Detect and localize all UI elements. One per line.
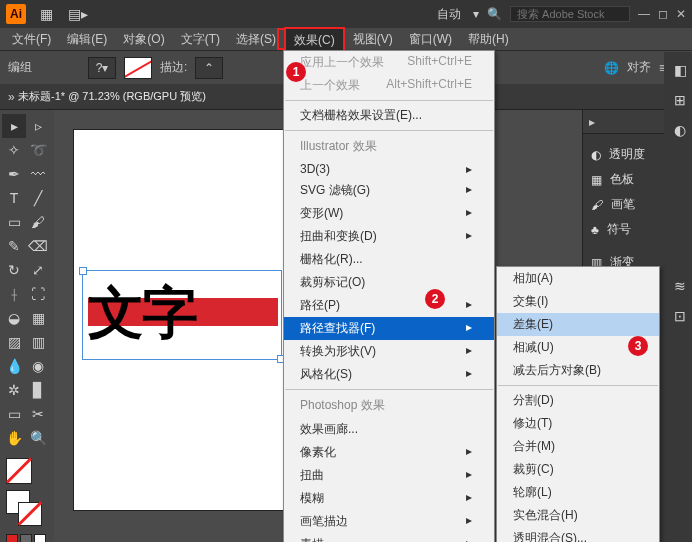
maximize-button[interactable]: ◻ <box>658 7 668 21</box>
artboard[interactable]: 文字 <box>74 130 294 510</box>
default-fill-stroke[interactable] <box>6 458 32 484</box>
symbol-sprayer-tool[interactable]: ✲ <box>2 378 26 402</box>
menu-file[interactable]: 文件(F) <box>4 28 59 51</box>
column-graph-tool[interactable]: ▊ <box>26 378 50 402</box>
perspective-tool[interactable]: ▦ <box>26 306 50 330</box>
menu-svg-filters[interactable]: SVG 滤镜(G)▸ <box>284 179 494 202</box>
swatch-color[interactable] <box>6 534 18 542</box>
scale-tool[interactable]: ⤢ <box>26 258 50 282</box>
menu-pathfinder[interactable]: 路径查找器(F)▸ <box>284 317 494 340</box>
menu-raster-settings[interactable]: 文档栅格效果设置(E)... <box>284 104 494 127</box>
menu-convert-to-shape[interactable]: 转换为形状(V)▸ <box>284 340 494 363</box>
submenu-intersect[interactable]: 交集(I) <box>497 290 659 313</box>
panel-icon-2[interactable]: ⊞ <box>668 88 692 112</box>
submenu-trim[interactable]: 修边(T) <box>497 412 659 435</box>
search-icon[interactable]: 🔍 <box>487 7 502 21</box>
panel-icon-3[interactable]: ◐ <box>668 118 692 142</box>
selection-tool[interactable]: ▸ <box>2 114 26 138</box>
menu-type[interactable]: 文字(T) <box>173 28 228 51</box>
submenu-add[interactable]: 相加(A) <box>497 267 659 290</box>
search-input[interactable] <box>510 6 630 22</box>
menu-3d[interactable]: 3D(3)▸ <box>284 159 494 179</box>
eraser-tool[interactable]: ⌫ <box>26 234 50 258</box>
menu-path[interactable]: 路径(P)▸ <box>284 294 494 317</box>
menu-distort-transform[interactable]: 扭曲和变换(D)▸ <box>284 225 494 248</box>
minimize-button[interactable]: — <box>638 7 650 21</box>
effect-menu: 应用上一个效果Shift+Ctrl+E 上一个效果Alt+Shift+Ctrl+… <box>283 50 495 542</box>
stroke-swatch[interactable] <box>124 57 152 79</box>
submenu-soft-mix[interactable]: 透明混合(S)... <box>497 527 659 542</box>
fill-stroke-indicator[interactable] <box>6 490 46 530</box>
menu-stylize-ai[interactable]: 风格化(S)▸ <box>284 363 494 386</box>
submenu-minus-back[interactable]: 减去后方对象(B) <box>497 359 659 382</box>
arrange-docs-icon[interactable]: ▦ <box>34 2 58 26</box>
direct-selection-tool[interactable]: ▹ <box>26 114 50 138</box>
menu-sketch[interactable]: 素描▸ <box>284 533 494 542</box>
paintbrush-tool[interactable]: 🖌 <box>26 210 50 234</box>
menu-object[interactable]: 对象(O) <box>115 28 172 51</box>
eyedropper-tool[interactable]: 💧 <box>2 354 26 378</box>
title-bar: Ai ▦ ▤▸ 自动 ▾ 🔍 — ◻ ✕ <box>0 0 692 28</box>
stroke-weight[interactable]: ⌃ <box>195 57 223 79</box>
swatch-none[interactable] <box>34 534 46 542</box>
doc-tab-expand[interactable]: » <box>8 90 15 104</box>
line-tool[interactable]: ╱ <box>26 186 50 210</box>
menu-bar: 文件(F) 编辑(E) 对象(O) 文字(T) 选择(S) 效果(C) 视图(V… <box>0 28 692 50</box>
type-tool[interactable]: T <box>2 186 26 210</box>
shaper-tool[interactable]: ✎ <box>2 234 26 258</box>
blend-tool[interactable]: ◉ <box>26 354 50 378</box>
submenu-hard-mix[interactable]: 实色混合(H) <box>497 504 659 527</box>
submenu-outline[interactable]: 轮廓(L) <box>497 481 659 504</box>
panel-icon-5[interactable]: ⊡ <box>668 304 692 328</box>
menu-window[interactable]: 窗口(W) <box>401 28 460 51</box>
transparency-icon: ◐ <box>591 148 601 162</box>
curvature-tool[interactable]: 〰 <box>26 162 50 186</box>
menu-effect[interactable]: 效果(C) <box>284 27 345 52</box>
panel-icon-4[interactable]: ≋ <box>668 274 692 298</box>
menu-rasterize[interactable]: 栅格化(R)... <box>284 248 494 271</box>
lasso-tool[interactable]: ➰ <box>26 138 50 162</box>
mesh-tool[interactable]: ▨ <box>2 330 26 354</box>
menu-warp[interactable]: 变形(W)▸ <box>284 202 494 225</box>
menu-select[interactable]: 选择(S) <box>228 28 284 51</box>
swatch-gradient[interactable] <box>20 534 32 542</box>
submenu-merge[interactable]: 合并(M) <box>497 435 659 458</box>
gradient-tool[interactable]: ▥ <box>26 330 50 354</box>
menu-brush-strokes[interactable]: 画笔描边▸ <box>284 510 494 533</box>
magic-wand-tool[interactable]: ✧ <box>2 138 26 162</box>
auto-dropdown[interactable]: ▾ <box>473 7 479 21</box>
width-tool[interactable]: ⟊ <box>2 282 26 306</box>
selection-mode-label: 编组 <box>8 59 32 76</box>
pen-tool[interactable]: ✒ <box>2 162 26 186</box>
close-button[interactable]: ✕ <box>676 7 686 21</box>
hand-tool[interactable]: ✋ <box>2 426 26 450</box>
artboard-tool[interactable]: ▭ <box>2 402 26 426</box>
menu-crop-marks[interactable]: 裁剪标记(O) <box>284 271 494 294</box>
rectangle-tool[interactable]: ▭ <box>2 210 26 234</box>
menu-help[interactable]: 帮助(H) <box>460 28 517 51</box>
shape-builder-tool[interactable]: ◒ <box>2 306 26 330</box>
app-logo: Ai <box>6 4 26 24</box>
menu-view[interactable]: 视图(V) <box>345 28 401 51</box>
panel-icon-1[interactable]: ◧ <box>668 58 692 82</box>
menu-blur[interactable]: 模糊▸ <box>284 487 494 510</box>
bridge-icon[interactable]: ▤▸ <box>66 2 90 26</box>
annotation-badge-1: 1 <box>286 62 306 82</box>
zoom-tool[interactable]: 🔍 <box>26 426 50 450</box>
globe-icon[interactable]: 🌐 <box>604 61 619 75</box>
menu-last-effect[interactable]: 上一个效果Alt+Shift+Ctrl+E <box>284 74 494 97</box>
menu-apply-last-effect[interactable]: 应用上一个效果Shift+Ctrl+E <box>284 51 494 74</box>
slice-tool[interactable]: ✂ <box>26 402 50 426</box>
fill-swatch[interactable]: ?▾ <box>88 57 116 79</box>
menu-effect-gallery[interactable]: 效果画廊... <box>284 418 494 441</box>
submenu-crop[interactable]: 裁剪(C) <box>497 458 659 481</box>
menu-distort-ps[interactable]: 扭曲▸ <box>284 464 494 487</box>
submenu-divide[interactable]: 分割(D) <box>497 389 659 412</box>
menu-pixelate[interactable]: 像素化▸ <box>284 441 494 464</box>
rotate-tool[interactable]: ↻ <box>2 258 26 282</box>
panel-collapse-icon[interactable]: ▸ <box>589 115 595 129</box>
menu-edit[interactable]: 编辑(E) <box>59 28 115 51</box>
submenu-exclude[interactable]: 差集(E) <box>497 313 659 336</box>
free-transform-tool[interactable]: ⛶ <box>26 282 50 306</box>
document-title[interactable]: 未标题-1* @ 71.23% (RGB/GPU 预览) <box>18 89 206 104</box>
